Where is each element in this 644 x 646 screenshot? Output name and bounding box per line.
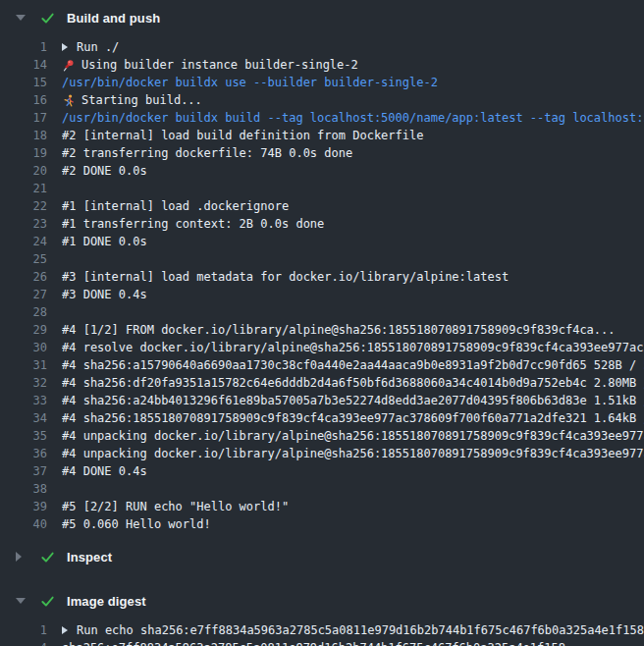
line-text: #3 DONE 0.4s [62,286,147,303]
line-content: #4 sha256:df20fa9351a15782c64e6dddb2d4a6… [62,374,644,392]
log-section: Inspect [0,539,644,583]
log-line[interactable]: 1 Run echo sha256:e7ff8834a5963a2785c5a0… [0,621,644,639]
log-line[interactable]: 39 #5 [2/2] RUN echo "Hello world!" [0,498,644,515]
line-text: #1 [internal] load .dockerignore [62,197,289,215]
section-header-image-digest[interactable]: Image digest [0,583,644,619]
log-line[interactable]: 21 [0,180,644,197]
line-content: sha256:e7ff8834a5963a2785c5a0811e979d16b… [62,639,644,646]
log-line[interactable]: 28 [0,303,644,321]
line-text: /usr/bin/docker buildx build --tag local… [62,109,644,127]
line-number: 27 [0,286,47,303]
line-text: #1 DONE 0.0s [62,233,147,250]
chevron-down-icon[interactable] [16,15,27,21]
log-line[interactable]: 17 /usr/bin/docker buildx build --tag lo… [0,109,644,127]
line-number: 33 [0,392,47,409]
log-line[interactable]: 20 #2 DONE 0.0s [0,162,644,180]
line-text: Using builder instance builder-single-2 [81,56,358,74]
line-number: 30 [0,339,47,356]
line-text: #4 unpacking docker.io/library/alpine@sh… [62,427,644,445]
line-content: #4 sha256:a24bb4013296f61e89ba57005a7b3e… [62,392,644,409]
log-line[interactable]: 25 [0,250,644,268]
log-line[interactable]: 27 #3 DONE 0.4s [0,286,644,303]
log-line[interactable]: 4 sha256:e7ff8834a5963a2785c5a0811e979d1… [0,639,644,646]
line-text: #2 DONE 0.0s [62,162,147,180]
line-number: 40 [0,515,47,533]
line-content: #4 sha256:185518070891758909c9f839cf4ca3… [62,409,644,427]
line-text: #2 [internal] load build definition from… [62,127,423,144]
log-line[interactable]: 23 #1 transferring context: 2B 0.0s done [0,215,644,233]
line-text: #3 [internal] load metadata for docker.i… [62,268,509,286]
line-number: 34 [0,409,47,427]
expand-group-arrow-icon[interactable] [62,43,68,51]
log-line[interactable]: 38 [0,480,644,498]
log-line[interactable]: 16 Starting build... [0,91,644,109]
section-header-inspect[interactable]: Inspect [0,539,644,574]
log-line[interactable]: 24 #1 DONE 0.0s [0,233,644,250]
log-line[interactable]: 33 #4 sha256:a24bb4013296f61e89ba57005a7… [0,392,644,409]
runner-icon [62,94,75,107]
log-line[interactable]: 37 #4 DONE 0.4s [0,462,644,480]
log-line[interactable]: 30 #4 resolve docker.io/library/alpine@s… [0,339,644,356]
log-line[interactable]: 36 #4 unpacking docker.io/library/alpine… [0,445,644,462]
line-content: Run echo sha256:e7ff8834a5963a2785c5a081… [62,621,644,639]
chevron-down-icon[interactable] [16,598,27,604]
line-content: #2 [internal] load build definition from… [62,127,644,144]
log-line[interactable]: 34 #4 sha256:185518070891758909c9f839cf4… [0,409,644,427]
log-line[interactable]: 26 #3 [internal] load metadata for docke… [0,268,644,286]
line-number: 38 [0,480,47,498]
line-content: #5 [2/2] RUN echo "Hello world!" [62,498,644,515]
line-content: #4 [1/2] FROM docker.io/library/alpine@s… [62,321,644,339]
line-text: #4 resolve docker.io/library/alpine@sha2… [62,339,644,356]
line-number: 25 [0,250,47,268]
line-content [62,480,644,498]
chevron-right-icon[interactable] [16,552,27,562]
line-content: #2 DONE 0.0s [62,162,644,180]
line-text: Run ./ [77,38,119,56]
log-line[interactable]: 22 #1 [internal] load .dockerignore [0,197,644,215]
line-content: Using builder instance builder-single-2 [62,56,644,74]
log-line[interactable]: 31 #4 sha256:a15790640a6690aa1730c38cf0a… [0,356,644,374]
line-text: #4 DONE 0.4s [62,462,147,480]
line-number: 16 [0,91,47,109]
line-number: 29 [0,321,47,339]
log-line[interactable]: 14 Using builder instance builder-single… [0,56,644,74]
line-content: #1 [internal] load .dockerignore [62,197,644,215]
line-content: Starting build... [62,91,644,109]
line-number: 15 [0,74,47,91]
line-content: #4 resolve docker.io/library/alpine@sha2… [62,339,644,356]
line-content: Run ./ [62,38,644,56]
line-text: #5 [2/2] RUN echo "Hello world!" [62,498,289,515]
log-line[interactable]: 35 #4 unpacking docker.io/library/alpine… [0,427,644,445]
line-number: 1 [0,621,47,639]
line-content [62,250,644,268]
section-header-build-and-push[interactable]: Build and push [0,0,644,35]
log-line[interactable]: 40 #5 0.060 Hello world! [0,515,644,533]
line-number: 26 [0,268,47,286]
line-number: 39 [0,498,47,515]
log-line[interactable]: 32 #4 sha256:df20fa9351a15782c64e6dddb2d… [0,374,644,392]
line-content: #3 [internal] load metadata for docker.i… [62,268,644,286]
line-number: 23 [0,215,47,233]
log-line[interactable]: 15 /usr/bin/docker buildx use --builder … [0,74,644,91]
line-text: #4 unpacking docker.io/library/alpine@sh… [62,445,644,462]
section-title: Image digest [67,594,146,609]
line-number: 17 [0,109,47,127]
line-text: #4 sha256:a15790640a6690aa1730c38cf0a440… [62,356,644,374]
log-line[interactable]: 19 #2 transferring dockerfile: 74B 0.0s … [0,144,644,162]
line-content: #2 transferring dockerfile: 74B 0.0s don… [62,144,644,162]
line-content: #4 DONE 0.4s [62,462,644,480]
line-text: Starting build... [81,91,202,109]
line-content: #4 sha256:a15790640a6690aa1730c38cf0a440… [62,356,644,374]
log-section: Image digest 1 Run echo sha256:e7ff8834a… [0,583,644,646]
line-content: #3 DONE 0.4s [62,286,644,303]
section-title: Build and push [67,11,160,26]
log-line[interactable]: 18 #2 [internal] load build definition f… [0,127,644,144]
expand-group-arrow-icon[interactable] [62,626,68,634]
line-number: 36 [0,445,47,462]
line-number: 21 [0,180,47,197]
line-number: 1 [0,38,47,56]
line-text: #1 transferring context: 2B 0.0s done [62,215,324,233]
line-content [62,180,644,197]
log-line[interactable]: 29 #4 [1/2] FROM docker.io/library/alpin… [0,321,644,339]
log-line[interactable]: 1 Run ./ [0,38,644,56]
